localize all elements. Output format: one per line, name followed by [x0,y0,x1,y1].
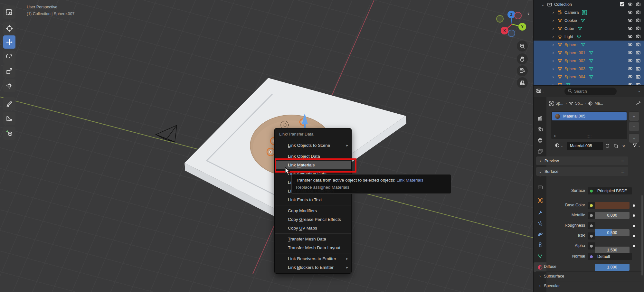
camera-view-button[interactable] [517,65,528,76]
3d-viewport[interactable]: User Perspective (1) Collection | Sphere… [0,0,533,292]
expand-chevron-icon[interactable]: › [551,18,555,23]
outliner-row-collection[interactable]: ⌄Collection [534,0,644,8]
hide-in-viewport-toggle[interactable] [628,34,633,39]
tab-tool[interactable] [534,113,546,123]
add-cube-tool[interactable] [3,127,15,140]
outliner-row-cube[interactable]: ›Cube [534,24,644,33]
hide-in-viewport-toggle[interactable] [628,50,633,55]
slot-list-grip[interactable]: :::: [587,134,592,138]
outliner-row-camera[interactable]: ›Camera [534,8,644,16]
tab-output[interactable] [534,135,546,145]
node-socket-roughness[interactable] [588,222,595,229]
gizmo-x-axis[interactable]: X [501,27,508,34]
annotate-tool[interactable] [3,97,15,110]
disable-in-renders-toggle[interactable] [636,58,641,63]
slider-metallic[interactable]: 0.000 [595,212,630,219]
rotate-tool[interactable] [3,51,15,64]
breadcrumb-item-ma[interactable]: Ma... [588,101,603,106]
tab-render[interactable] [534,124,546,134]
hide-in-viewport-toggle[interactable] [628,82,633,85]
outliner-row-sphere[interactable]: ›Sphere [534,41,644,49]
toggle-ortho-button[interactable] [517,77,528,88]
animate-property-dot-alpha[interactable] [633,245,635,247]
panel-header-specular[interactable]: ›Specular [536,281,642,290]
node-socket-base-color[interactable] [588,202,595,209]
node-socket-metallic[interactable] [588,212,595,219]
transform-tool[interactable] [3,79,15,92]
select-box-tool[interactable] [3,5,15,19]
outliner-row-sphere-002[interactable]: ›Sphere.002 [534,57,644,65]
panel-grip[interactable]: :::: [621,170,626,173]
fake-user-button[interactable] [603,142,611,150]
link-mesh-dropdown[interactable]: ⌄ [630,142,642,150]
zoom-view-button[interactable] [517,41,528,52]
gizmo-neg-x-axis[interactable] [514,12,522,19]
disable-in-renders-toggle[interactable] [636,18,641,23]
outliner-row-sphere-003[interactable]: ›Sphere.003 [534,65,644,73]
scene-objects[interactable] [0,0,533,292]
menu-item-copy-uv-maps[interactable]: Copy UV Maps [275,224,351,232]
expand-chevron-icon[interactable]: › [551,34,555,39]
expand-chevron-icon[interactable]: › [551,50,555,55]
pin-icon[interactable] [636,100,641,107]
disable-in-renders-toggle[interactable] [636,82,641,85]
sidebar-collapse-arrow[interactable]: ‹ [527,10,529,17]
outliner-row-partial[interactable]: › [534,81,644,85]
disable-in-renders-toggle[interactable] [636,50,641,55]
hide-in-viewport-toggle[interactable] [628,26,633,31]
animate-property-dot-base-color[interactable] [633,204,635,207]
hide-in-viewport-toggle[interactable] [628,42,633,47]
hide-in-viewport-toggle[interactable] [628,58,633,63]
menu-item-link-blockers-to-emitter[interactable]: Link Blockers to Emitter▸ [275,263,351,272]
gizmo-neg-z-axis[interactable] [508,30,515,37]
hide-in-viewport-toggle[interactable] [628,2,633,7]
outliner-row-sphere-001[interactable]: ›Sphere.001 [534,49,644,57]
gizmo-neg-y-axis[interactable] [496,15,504,23]
panel-grip[interactable]: :::: [621,159,626,163]
menu-item-transfer-mesh-data-layout[interactable]: Transfer Mesh Data Layout [275,243,351,252]
menu-item-copy-modifiers[interactable]: Copy Modifiers [275,206,351,215]
animate-property-dot-metallic[interactable] [633,214,635,217]
node-socket-normal[interactable] [588,253,595,260]
new-material-button[interactable] [611,142,620,150]
animate-property-dot-roughness[interactable] [633,225,635,227]
add-material-slot-button[interactable]: + [629,111,639,121]
value-normal[interactable]: Default [595,253,632,260]
material-name-field[interactable]: Material.005 [567,142,605,150]
collection-checkbox[interactable] [620,2,625,7]
panel-header-subsurface[interactable]: ›Subsurface [536,271,642,281]
disable-in-renders-toggle[interactable] [636,42,641,47]
menu-item-transfer-mesh-data[interactable]: Transfer Mesh Data [275,235,351,243]
value-surface[interactable]: Principled BSDF [595,187,632,194]
menu-item-copy-grease-pencil-effects[interactable]: Copy Grease Pencil Effects [275,215,351,224]
slider-roughness[interactable]: 0.500 [595,229,630,236]
expand-chevron-icon[interactable]: › [551,26,555,31]
node-socket-alpha[interactable] [588,242,595,250]
menu-item-link-fonts-to-text[interactable]: Link Fonts to Text [275,195,351,204]
node-socket-ior[interactable] [588,232,595,240]
disable-in-renders-toggle[interactable] [636,10,641,15]
properties-scrollbar[interactable] [641,195,643,276]
slider-ior[interactable]: 1.500 [595,247,630,254]
outliner-row-light[interactable]: ›Light [534,33,644,41]
menu-item-link-objects-to-scene[interactable]: Link Objects to Scene▸ [275,141,351,150]
disable-in-renders-toggle[interactable] [636,74,641,79]
menu-item-link-receivers-to-emitter[interactable]: Link Receivers to Emitter▸ [275,254,351,263]
animate-property-dot-ior[interactable] [633,235,635,237]
camera-wireframe[interactable] [156,125,177,142]
expand-chevron-icon[interactable]: › [551,82,555,85]
node-socket-surface[interactable] [588,187,595,194]
header-options-chevron[interactable]: ⌄ [638,89,641,93]
breadcrumb-item-sp[interactable]: Sp... [549,101,564,106]
scale-tool[interactable] [3,64,15,78]
cursor-tool[interactable] [3,22,15,35]
remove-material-slot-button[interactable]: − [629,122,639,131]
measure-tool[interactable] [3,112,15,125]
expand-chevron-icon[interactable]: › [551,66,555,71]
color-swatch-base-color[interactable] [595,202,630,209]
expand-chevron-icon[interactable]: › [551,74,555,79]
panel-header-diffuse[interactable]: ›Diffuse [536,262,642,271]
browse-material-button[interactable]: ⌄ [551,142,567,150]
breadcrumb-item-sp[interactable]: Sp... [569,101,583,106]
expand-chevron-icon[interactable]: › [551,42,555,47]
